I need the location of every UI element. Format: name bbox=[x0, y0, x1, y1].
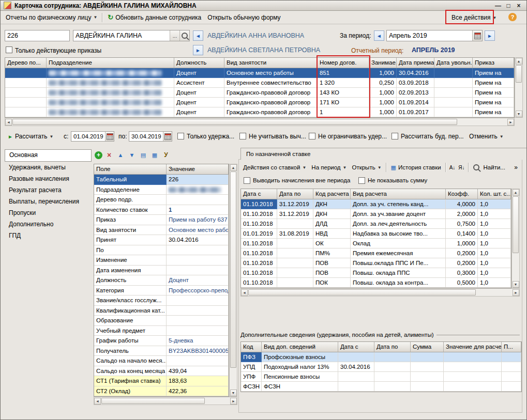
table-cell[interactable]: 1,0 bbox=[478, 268, 511, 278]
table-cell[interactable]: ПФЗ bbox=[241, 352, 262, 362]
table-cell[interactable]: Доцент bbox=[174, 68, 224, 78]
field-name-cell[interactable]: Дата изменения bbox=[94, 266, 167, 276]
table-cell[interactable] bbox=[277, 219, 313, 229]
table-cell[interactable]: Повыш. оклада ППС bbox=[351, 268, 446, 278]
column-header[interactable]: Кол. шт. с... bbox=[478, 189, 511, 199]
table-cell[interactable]: ПОК bbox=[313, 278, 351, 288]
table-cell[interactable]: Допл. за уч.звание доцент bbox=[351, 209, 446, 219]
column-header[interactable]: Должность bbox=[174, 58, 224, 68]
table-cell[interactable]: 03.09.2018 bbox=[397, 78, 434, 88]
table-cell[interactable]: 01.10.2018 bbox=[241, 199, 277, 209]
table-cell[interactable]: НВД bbox=[313, 229, 351, 239]
scroll-down-icon[interactable]: ▼ bbox=[230, 390, 237, 396]
employee-name-input[interactable]: АВДЕЙКИНА ГАЛИНА ... bbox=[73, 30, 190, 41]
field-value-cell[interactable]: 1 bbox=[167, 205, 229, 215]
field-value-cell[interactable] bbox=[167, 255, 229, 266]
table-cell[interactable] bbox=[374, 372, 411, 382]
table-row[interactable]: График работы5-дневка bbox=[94, 336, 229, 346]
table-cell[interactable] bbox=[444, 352, 502, 362]
help-button[interactable]: ? bbox=[508, 13, 517, 21]
table-cell[interactable] bbox=[502, 362, 521, 372]
tab-by-assigned-rate[interactable]: По назначенной ставке bbox=[240, 148, 527, 160]
table-row[interactable]: УПДПодоходный налог 13%30.04.2016 bbox=[241, 362, 521, 372]
ignore-deductions-checkbox[interactable] bbox=[239, 133, 246, 139]
scroll-left-icon[interactable]: ◄ bbox=[5, 119, 12, 126]
table-cell[interactable]: 171 КО bbox=[318, 98, 369, 107]
table-row[interactable]: 01.10.201831.12.2019ДКНДопл. за уч.звани… bbox=[241, 209, 511, 219]
table-cell[interactable]: Внутреннее совместительство bbox=[224, 78, 318, 88]
table-cell[interactable] bbox=[277, 258, 313, 268]
table-cell[interactable] bbox=[5, 68, 47, 78]
field-name-cell[interactable]: Подразделение bbox=[94, 185, 167, 195]
cancel-button[interactable]: Отменить ▼ bbox=[466, 131, 507, 142]
table-row[interactable]: Дата изменения bbox=[94, 266, 229, 276]
field-value-cell[interactable] bbox=[167, 326, 229, 336]
column-header[interactable]: Коэфф. bbox=[446, 189, 478, 199]
table-cell[interactable]: 1 320 bbox=[318, 78, 369, 88]
move-down-icon[interactable]: ▼ bbox=[127, 150, 137, 160]
table-cell[interactable]: 2,0000 bbox=[446, 209, 478, 219]
scroll-thumb[interactable] bbox=[230, 172, 236, 368]
table-cell[interactable] bbox=[277, 239, 313, 248]
field-value-cell[interactable]: Прием на работу 637 от 3 bbox=[167, 215, 229, 225]
next-person-button[interactable]: ► bbox=[193, 45, 203, 55]
rate-history-button[interactable]: ▦ История ставки bbox=[388, 163, 444, 172]
export-icon[interactable]: ▤ bbox=[139, 150, 148, 160]
table-row[interactable]: Учебный предмет bbox=[94, 326, 229, 336]
table-row[interactable]: Табельный226 bbox=[94, 175, 229, 185]
scroll-thumb[interactable] bbox=[12, 119, 457, 125]
table-cell[interactable]: 01.10.2018 bbox=[241, 239, 277, 248]
table-row[interactable]: Количество ставок1 bbox=[94, 205, 229, 215]
table-row[interactable]: Дерево подр. bbox=[94, 195, 229, 205]
calendar-button[interactable] bbox=[472, 30, 482, 41]
table-cell[interactable]: 0,5000 bbox=[446, 278, 478, 288]
refresh-employee-button[interactable]: ↻ Обновить данные сотрудника bbox=[104, 12, 204, 23]
table-cell[interactable]: 1,0000 bbox=[446, 239, 478, 248]
table-cell[interactable]: 01.10.2018 bbox=[241, 219, 277, 229]
table-cell[interactable]: Прием на bbox=[473, 68, 514, 78]
scroll-up-icon[interactable]: ▲ bbox=[230, 164, 237, 171]
table-cell[interactable] bbox=[277, 278, 313, 288]
column-header[interactable]: Дата увольн... bbox=[434, 58, 473, 68]
table-cell[interactable]: Прием на bbox=[473, 88, 514, 98]
table-cell[interactable]: 0,7500 bbox=[446, 219, 478, 229]
field-value-cell[interactable]: Основное место работы bbox=[167, 225, 229, 236]
table-cell[interactable] bbox=[411, 352, 444, 362]
field-value-cell[interactable]: Доцент bbox=[167, 275, 229, 286]
hide-sum-checkbox[interactable] bbox=[358, 177, 365, 184]
redacted-cell[interactable] bbox=[167, 185, 229, 195]
maximize-button[interactable]: □ bbox=[504, 2, 513, 9]
scroll-thumb[interactable] bbox=[516, 65, 522, 83]
field-name-cell[interactable]: СТ1 (Тарифная ставка) bbox=[94, 376, 167, 386]
column-header[interactable]: Вид занятости bbox=[224, 58, 318, 68]
orders-hscrollbar[interactable]: ◄ ► bbox=[5, 118, 515, 126]
table-cell[interactable]: 01.10.2018 bbox=[241, 278, 277, 288]
sidebar-item[interactable]: Результат расчета bbox=[5, 184, 92, 196]
column-header[interactable]: Поле bbox=[94, 164, 167, 175]
table-cell[interactable]: Доцент bbox=[174, 98, 224, 107]
table-cell[interactable]: Профсоюзные взносы bbox=[262, 352, 338, 362]
redacted-cell[interactable] bbox=[47, 68, 174, 78]
scroll-down-icon[interactable]: ▼ bbox=[516, 111, 522, 117]
sidebar-item[interactable]: Пропуски bbox=[5, 207, 92, 219]
date-to-input[interactable]: 30.04.2019 bbox=[129, 131, 172, 142]
column-header[interactable]: Подразделение bbox=[47, 58, 174, 68]
move-up-icon[interactable]: ▲ bbox=[116, 150, 125, 160]
table-cell[interactable]: 01.10.2018 bbox=[241, 268, 277, 278]
table-cell[interactable] bbox=[434, 107, 473, 117]
sidebar-item[interactable]: Удержания, вычеты bbox=[5, 162, 92, 173]
column-header[interactable]: Дата с bbox=[338, 342, 374, 352]
field-value-cell[interactable]: 422,36 bbox=[167, 386, 229, 397]
table-cell[interactable] bbox=[5, 88, 47, 98]
table-row[interactable]: 01.10.2018ДЛДДопл. за леч.деятельность0,… bbox=[241, 219, 511, 229]
more-actions-button[interactable]: » bbox=[512, 163, 520, 172]
field-name-cell[interactable]: Принят bbox=[94, 235, 167, 245]
scroll-left-icon[interactable]: ◄ bbox=[94, 398, 101, 405]
table-cell[interactable] bbox=[444, 372, 502, 382]
table-row[interactable]: ДоцентГражданско-правовой договор11,0000… bbox=[5, 107, 514, 117]
table-cell[interactable]: 1 bbox=[318, 107, 369, 117]
table-cell[interactable]: 02.09.2013 bbox=[397, 88, 434, 98]
table-cell[interactable]: Гражданско-правовой договор bbox=[224, 88, 318, 98]
rates-vscrollbar[interactable]: ▲ ▼ bbox=[511, 189, 520, 288]
table-cell[interactable]: 851 bbox=[318, 68, 369, 78]
